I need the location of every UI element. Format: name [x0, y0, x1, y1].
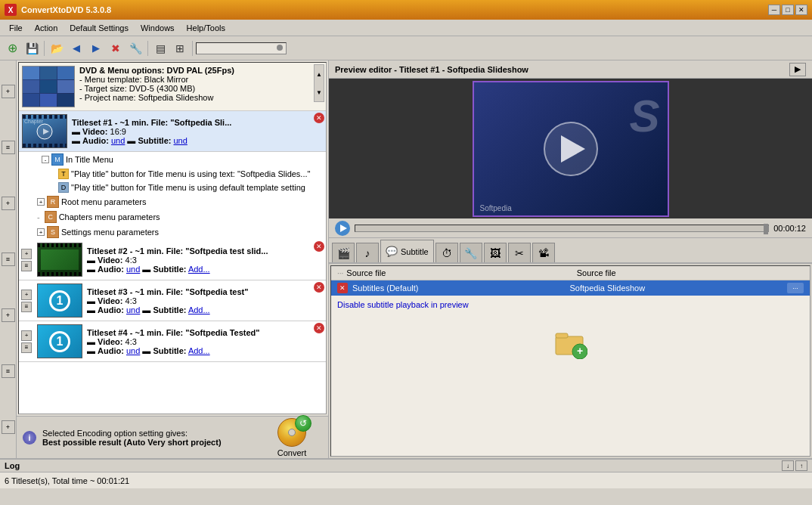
tab-crop[interactable]: 🖼	[484, 243, 507, 262]
settings-button[interactable]: 🔧	[126, 39, 144, 57]
tab-audio[interactable]: ♪	[356, 243, 379, 262]
preview-video: S Softpedia	[329, 79, 812, 218]
ts4-btn2[interactable]: ≡	[21, 342, 32, 353]
title-bar-controls[interactable]: ─ □ ✕	[768, 5, 807, 15]
tab-bar: 🎬 ♪ 💬 Subtitle ⏱ 🔧 🖼 ✂ 📽	[329, 238, 812, 264]
tree-play-title-default[interactable]: D "Play title" button for Title menu is …	[19, 181, 326, 194]
maximize-button[interactable]: □	[782, 5, 794, 15]
subtitle-source: Softpedia Slideshow	[570, 283, 783, 293]
preview-seekbar[interactable]	[355, 225, 769, 232]
tree-settings-menu[interactable]: + S Settings menu parameters	[19, 225, 326, 240]
log-down-btn[interactable]: ↓	[782, 460, 794, 471]
side-btn-1[interactable]: +	[2, 85, 15, 98]
view2-button[interactable]: ⊞	[171, 39, 189, 57]
side-btn-4[interactable]: ≡	[2, 253, 15, 266]
col-source2-header: Source file	[577, 268, 804, 277]
dvd-options-title: DVD & Menu options: DVD PAL (25Fps)	[79, 66, 234, 75]
col-source1-header: Source file	[346, 268, 573, 277]
tab-subtitle-label: Subtitle	[401, 247, 429, 256]
title-bar-left: X ConvertXtoDVD 5.3.0.8	[5, 4, 111, 16]
ts3-btn1[interactable]: +	[21, 290, 32, 300]
app-icon: X	[5, 4, 17, 16]
info-icon: i	[23, 431, 36, 445]
tab-cut[interactable]: ✂	[508, 243, 531, 262]
side-btn-7[interactable]: +	[2, 420, 15, 434]
side-btn-5[interactable]: +	[2, 308, 15, 322]
menu-file[interactable]: File	[3, 22, 29, 34]
svg-rect-3	[556, 333, 568, 338]
tab-filters[interactable]: 🔧	[460, 243, 482, 262]
expand-title-menu[interactable]: -	[42, 156, 49, 163]
titleset-1-close[interactable]: ✕	[314, 113, 324, 123]
add-subtitle-icon[interactable]: +	[554, 326, 587, 359]
convert-button[interactable]: ↺ Convert	[262, 418, 322, 457]
tab-chapters[interactable]: ⏱	[435, 243, 458, 262]
save-button[interactable]: 💾	[23, 39, 41, 57]
ts2-btn1[interactable]: +	[21, 249, 32, 259]
play-btn-triangle	[340, 225, 347, 232]
dvd-project-name: - Project name: Softpedia Slideshow	[79, 93, 234, 102]
titleset-1-thumb: Chapter	[22, 114, 67, 148]
stop-button[interactable]: ✖	[107, 39, 125, 57]
titleset-2-title: Titleset #2 - ~1 min. File: "Softpedia t…	[87, 246, 323, 256]
menu-bar: File Action Default Settings Windows Hel…	[0, 20, 812, 36]
side-btn-6[interactable]: ≡	[2, 364, 15, 378]
back-button[interactable]: ◀	[67, 39, 85, 57]
forward-button[interactable]: ▶	[87, 39, 105, 57]
settings-menu-icon: S	[47, 226, 59, 238]
expand-root-menu[interactable]: +	[37, 198, 45, 206]
log-text: 6 Titleset(s), Total time ~ 00:01:21	[5, 476, 129, 485]
titleset-1-audio-sub: ▬ Audio: und ▬ Subtitle: und	[72, 136, 323, 145]
ts4-btn1[interactable]: +	[21, 330, 32, 341]
side-btn-3[interactable]: +	[2, 197, 15, 210]
tree-in-title-menu[interactable]: - M In Title Menu	[19, 152, 326, 167]
tab-subtitle[interactable]: 💬 Subtitle	[380, 240, 434, 262]
tree-root-menu[interactable]: + R Root menu parameters	[19, 194, 326, 209]
side-btn-2[interactable]: ≡	[2, 141, 15, 154]
titleset-1-info: Titleset #1 - ~1 min. File: "Softpedia S…	[72, 118, 323, 145]
dvd-options-header: DVD & Menu options: DVD PAL (25Fps) - Me…	[19, 63, 326, 111]
log-up-btn[interactable]: ↑	[795, 460, 807, 471]
dvd-menu-template: - Menu template: Black Mirror	[79, 75, 234, 84]
minimize-button[interactable]: ─	[768, 5, 780, 15]
root-menu-label: Root menu parameters	[61, 197, 147, 206]
titleset-2-row[interactable]: Titleset #2 - ~1 min. File: "Softpedia t…	[34, 240, 326, 280]
menu-action[interactable]: Action	[29, 22, 64, 34]
titleset-4-info: Titleset #4 - ~1 min. File: "Softpedia T…	[87, 328, 323, 355]
subtitle-more-btn[interactable]: ···	[787, 283, 804, 293]
tab-advanced[interactable]: 📽	[532, 243, 555, 262]
ts2-btn2[interactable]: ≡	[21, 261, 32, 271]
tree-chapters-menu[interactable]: - C Chapters menu parameters	[19, 209, 326, 225]
expand-settings-menu[interactable]: +	[37, 228, 45, 236]
play-button[interactable]	[335, 221, 350, 236]
main-area: + ≡ + ≡ + ≡ +	[0, 60, 812, 458]
open-button[interactable]: 📂	[48, 39, 66, 57]
toolbar: ⊕ 💾 📂 ◀ ▶ ✖ 🔧 ▤ ⊞	[0, 36, 812, 60]
toolbar-sep2	[147, 41, 148, 56]
preview-nav-right[interactable]: ▶	[789, 63, 806, 76]
titleset-3-row[interactable]: 1 Titleset #3 - ~1 min. File: "Softpedia…	[34, 280, 326, 321]
subtitle-row[interactable]: ✕ Subtitles (Default) Softpedia Slidesho…	[331, 280, 810, 296]
scrollbar-right[interactable]: ▲ ▼	[314, 64, 324, 102]
video-s-logo: S	[629, 90, 659, 142]
view1-button[interactable]: ▤	[151, 39, 169, 57]
titleset-2-close[interactable]: ✕	[314, 241, 324, 252]
titleset-1-row[interactable]: Chapter Titleset #1 - ~1 min. File: "Sof…	[19, 111, 326, 151]
ts3-btn2[interactable]: ≡	[21, 302, 32, 312]
titleset-3-title: Titleset #3 - ~1 min. File: "Softpedia t…	[87, 287, 323, 296]
menu-default-settings[interactable]: Default Settings	[64, 22, 135, 34]
menu-help[interactable]: Help/Tools	[181, 22, 231, 34]
titleset-3-close[interactable]: ✕	[314, 282, 324, 293]
play-default-icon: D	[58, 182, 69, 193]
add-button[interactable]: ⊕	[3, 39, 21, 57]
subtitle-name: Subtitles (Default)	[352, 283, 566, 293]
close-button[interactable]: ✕	[795, 5, 807, 15]
menu-windows[interactable]: Windows	[135, 22, 181, 34]
titleset-4-row[interactable]: 1 Titleset #4 - ~1 min. File: "Softpedia…	[34, 321, 326, 361]
tab-video[interactable]: 🎬	[332, 243, 355, 262]
tree-play-title-text[interactable]: T "Play title" button for Title menu is …	[19, 167, 326, 181]
titleset-4-close[interactable]: ✕	[314, 323, 324, 333]
titleset-4-thumb: 1	[37, 324, 82, 358]
circle-num-3: 1	[49, 290, 70, 311]
disable-subtitle-link[interactable]: Disable subtitle playback in preview	[331, 296, 810, 314]
